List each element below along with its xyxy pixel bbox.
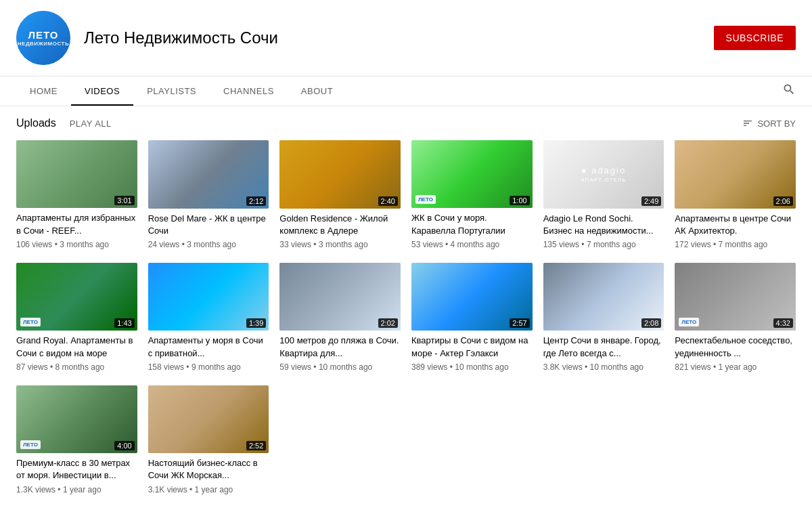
video-info: Центр Сочи в январе. Город, где Лето все… [543, 331, 664, 371]
video-title: Adagio Le Rond Sochi. Бизнес на недвижим… [543, 213, 664, 237]
video-duration: 4:32 [773, 318, 793, 328]
video-info: Апартаменты у моря в Сочи с приватной...… [148, 331, 269, 371]
video-thumbnail: ● adagioАПАРТ-ОТЕЛЬ 2:49 [543, 140, 664, 209]
empty-slot [675, 385, 796, 494]
video-info: Респектабельное соседство, уединенность … [675, 331, 796, 371]
video-card-6[interactable]: ЛЕТО 1:43 Grand Royal. Апартаменты в Соч… [16, 263, 137, 372]
adagio-logo: ● adagioАПАРТ-ОТЕЛЬ [581, 165, 627, 183]
video-meta: 33 views • 3 months ago [279, 240, 401, 249]
video-duration: 1:00 [510, 196, 529, 205]
video-duration: 2:57 [510, 318, 529, 328]
nav-about[interactable]: ABOUT [288, 77, 346, 106]
nav-home[interactable]: HOME [16, 77, 71, 106]
video-card-10[interactable]: 2:08 Центр Сочи в январе. Город, где Лет… [543, 263, 664, 372]
video-meta: 3.8K views • 10 months ago [543, 362, 664, 372]
empty-slot [411, 385, 533, 494]
video-meta: 59 views • 10 months ago [279, 362, 401, 372]
video-card-5[interactable]: 2:06 Апартаменты в центре Сочи АК Архите… [675, 140, 796, 249]
video-card-0[interactable]: 3:01 Апартаменты для избранных в Сочи - … [16, 140, 137, 249]
section-header: Uploads PLAY ALL SORT BY [16, 117, 796, 129]
video-thumbnail: 2:08 [543, 263, 664, 331]
video-title: Grand Royal. Апартаменты в Сочи с видом … [16, 335, 137, 359]
video-title: Центр Сочи в январе. Город, где Лето все… [543, 335, 664, 359]
video-card-4[interactable]: ● adagioАПАРТ-ОТЕЛЬ 2:49 Adagio Le Rond … [543, 140, 664, 249]
video-info: Rose Del Mare - ЖК в центре Сочи 24 view… [148, 209, 269, 249]
video-title: Премиум-класс в 30 метрах от моря. Инвес… [16, 457, 137, 482]
video-info: Grand Royal. Апартаменты в Сочи с видом … [16, 331, 137, 371]
video-title: Респектабельное соседство, уединенность … [675, 335, 796, 359]
video-thumbnail: 2:57 [411, 263, 533, 331]
channel-nav: HOME VIDEOS PLAYLISTS CHANNELS ABOUT [0, 77, 812, 106]
leto-watermark: ЛЕТО [415, 195, 436, 204]
leto-watermark: ЛЕТО [20, 440, 41, 449]
subscribe-button[interactable]: SUBSCRIBE [714, 26, 796, 50]
video-meta: 87 views • 8 months ago [16, 362, 137, 372]
sort-by-label: SORT BY [757, 119, 796, 129]
video-meta: 106 views • 3 months ago [16, 240, 137, 249]
video-card-2[interactable]: 2:40 Golden Residence - Жилой комплекс в… [279, 140, 401, 249]
video-meta: 24 views • 3 months ago [148, 240, 269, 249]
video-info: Апартаменты для избранных в Сочи - REEF.… [16, 208, 137, 249]
video-card-7[interactable]: 1:39 Апартаменты у моря в Сочи с приватн… [148, 263, 269, 372]
video-duration: 3:01 [114, 196, 134, 205]
video-meta: 135 views • 7 months ago [543, 240, 664, 249]
video-info: Настоящий бизнес-класс в Сочи ЖК Морская… [148, 453, 269, 494]
video-card-12[interactable]: ЛЕТО 4:00 Премиум-класс в 30 метрах от м… [16, 385, 137, 494]
video-thumbnail: 2:12 [148, 140, 269, 209]
video-info: Премиум-класс в 30 метрах от моря. Инвес… [16, 453, 137, 494]
video-card-11[interactable]: ЛЕТО 4:32 Респектабельное соседство, уед… [675, 263, 796, 372]
video-meta: 158 views • 9 months ago [148, 362, 269, 372]
video-title: Апартаменты для избранных в Сочи - REEF.… [16, 212, 137, 236]
nav-channels[interactable]: CHANNELS [210, 77, 288, 106]
video-duration: 2:49 [641, 196, 661, 206]
video-title: ЖК в Сочи у моря. Каравелла Португалии [411, 212, 533, 236]
nav-playlists[interactable]: PLAYLISTS [133, 77, 210, 106]
sort-by-button[interactable]: SORT BY [742, 118, 796, 129]
channel-title: Лето Недвижимость Сочи [84, 28, 714, 47]
video-meta: 1.3K views • 1 year ago [16, 485, 137, 494]
video-title: Настоящий бизнес-класс в Сочи ЖК Морская… [148, 457, 269, 482]
video-card-1[interactable]: 2:12 Rose Del Mare - ЖК в центре Сочи 24… [148, 140, 269, 249]
leto-watermark: ЛЕТО [679, 318, 699, 326]
video-thumbnail: ЛЕТО 1:43 [16, 263, 137, 331]
video-thumbnail: 2:02 [279, 263, 401, 331]
video-thumbnail: 1:39 [148, 263, 269, 331]
video-duration: 2:08 [641, 318, 661, 328]
content-area: Uploads PLAY ALL SORT BY 3:01 Апартамент… [0, 106, 812, 508]
video-meta: 3.1K views • 1 year ago [148, 485, 269, 494]
video-info: ЖК в Сочи у моря. Каравелла Португалии 5… [411, 208, 533, 249]
video-info: Квартиры в Сочи с видом на море - Актер … [411, 331, 533, 371]
video-thumbnail: 2:06 [675, 140, 796, 209]
video-thumbnail: ЛЕТО 1:00 [411, 140, 533, 208]
nav-videos[interactable]: VIDEOS [71, 77, 133, 106]
video-duration: 2:40 [378, 196, 398, 206]
video-thumbnail: ЛЕТО 4:32 [675, 263, 796, 331]
video-duration: 2:12 [246, 196, 266, 206]
video-title: Golden Residence - Жилой комплекс в Адле… [279, 213, 401, 237]
empty-slot [543, 385, 664, 494]
video-title: Апартаменты в центре Сочи АК Архитектор. [675, 213, 796, 237]
video-info: Adagio Le Rond Sochi. Бизнес на недвижим… [543, 209, 664, 249]
video-grid: 3:01 Апартаменты для избранных в Сочи - … [16, 140, 796, 249]
search-icon[interactable] [782, 83, 796, 100]
video-info: Апартаменты в центре Сочи АК Архитектор.… [675, 209, 796, 249]
video-grid-row2: ЛЕТО 1:43 Grand Royal. Апартаменты в Соч… [16, 263, 796, 372]
video-card-8[interactable]: 2:02 100 метров до пляжа в Сочи. Квартир… [279, 263, 401, 372]
video-duration: 2:52 [246, 441, 266, 450]
channel-logo: ЛЕТО НЕДВИЖИМОСТЬ [16, 11, 70, 65]
video-card-3[interactable]: ЛЕТО 1:00 ЖК в Сочи у моря. Каравелла По… [411, 140, 533, 249]
video-thumbnail: ЛЕТО 4:00 [16, 385, 137, 453]
video-title: Квартиры в Сочи с видом на море - Актер … [411, 335, 533, 359]
video-title: Rose Del Mare - ЖК в центре Сочи [148, 213, 269, 237]
play-all-button[interactable]: PLAY ALL [70, 119, 112, 129]
channel-header: ЛЕТО НЕДВИЖИМОСТЬ Лето Недвижимость Сочи… [0, 0, 812, 77]
video-title: Апартаменты у моря в Сочи с приватной... [148, 335, 269, 359]
video-thumbnail: 2:52 [148, 385, 269, 454]
video-meta: 821 views • 1 year ago [675, 362, 796, 372]
video-info: Golden Residence - Жилой комплекс в Адле… [279, 209, 401, 249]
video-card-9[interactable]: 2:57 Квартиры в Сочи с видом на море - А… [411, 263, 533, 372]
video-thumbnail: 3:01 [16, 140, 137, 208]
video-card-13[interactable]: 2:52 Настоящий бизнес-класс в Сочи ЖК Мо… [148, 385, 269, 494]
leto-watermark: ЛЕТО [20, 318, 41, 326]
video-duration: 2:06 [773, 196, 793, 206]
